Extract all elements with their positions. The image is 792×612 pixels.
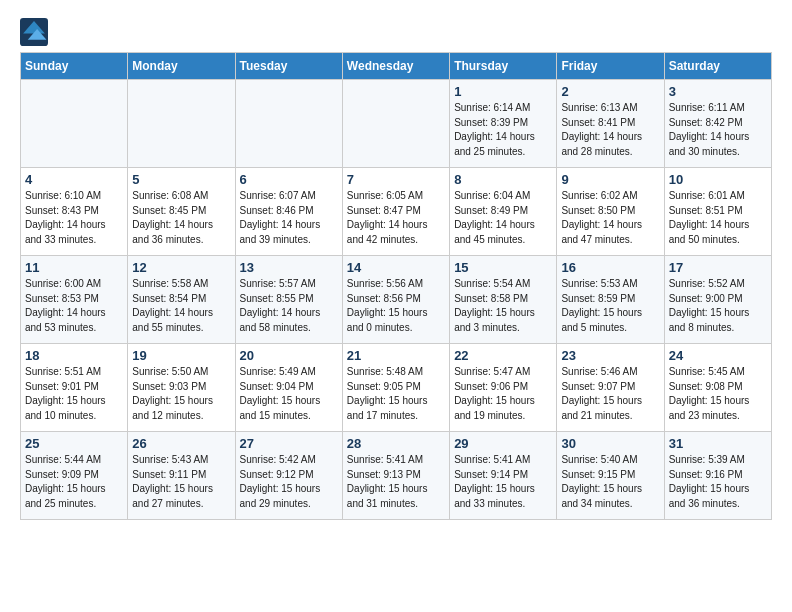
calendar-day-5: 5Sunrise: 6:08 AM Sunset: 8:45 PM Daylig… (128, 168, 235, 256)
day-number: 23 (561, 348, 659, 363)
day-info: Sunrise: 5:54 AM Sunset: 8:58 PM Dayligh… (454, 277, 552, 335)
calendar-day-18: 18Sunrise: 5:51 AM Sunset: 9:01 PM Dayli… (21, 344, 128, 432)
day-info: Sunrise: 6:07 AM Sunset: 8:46 PM Dayligh… (240, 189, 338, 247)
calendar-day-6: 6Sunrise: 6:07 AM Sunset: 8:46 PM Daylig… (235, 168, 342, 256)
calendar-day-7: 7Sunrise: 6:05 AM Sunset: 8:47 PM Daylig… (342, 168, 449, 256)
weekday-header-thursday: Thursday (450, 53, 557, 80)
day-info: Sunrise: 5:51 AM Sunset: 9:01 PM Dayligh… (25, 365, 123, 423)
day-info: Sunrise: 6:08 AM Sunset: 8:45 PM Dayligh… (132, 189, 230, 247)
calendar-week-row: 1Sunrise: 6:14 AM Sunset: 8:39 PM Daylig… (21, 80, 772, 168)
day-number: 27 (240, 436, 338, 451)
day-number: 5 (132, 172, 230, 187)
day-info: Sunrise: 6:01 AM Sunset: 8:51 PM Dayligh… (669, 189, 767, 247)
day-info: Sunrise: 6:05 AM Sunset: 8:47 PM Dayligh… (347, 189, 445, 247)
day-info: Sunrise: 6:04 AM Sunset: 8:49 PM Dayligh… (454, 189, 552, 247)
calendar-week-row: 4Sunrise: 6:10 AM Sunset: 8:43 PM Daylig… (21, 168, 772, 256)
calendar-day-9: 9Sunrise: 6:02 AM Sunset: 8:50 PM Daylig… (557, 168, 664, 256)
weekday-header-friday: Friday (557, 53, 664, 80)
day-info: Sunrise: 6:11 AM Sunset: 8:42 PM Dayligh… (669, 101, 767, 159)
calendar-week-row: 11Sunrise: 6:00 AM Sunset: 8:53 PM Dayli… (21, 256, 772, 344)
day-number: 14 (347, 260, 445, 275)
day-number: 6 (240, 172, 338, 187)
day-number: 30 (561, 436, 659, 451)
day-info: Sunrise: 6:00 AM Sunset: 8:53 PM Dayligh… (25, 277, 123, 335)
page-header (20, 18, 772, 46)
day-info: Sunrise: 5:46 AM Sunset: 9:07 PM Dayligh… (561, 365, 659, 423)
calendar-day-23: 23Sunrise: 5:46 AM Sunset: 9:07 PM Dayli… (557, 344, 664, 432)
day-info: Sunrise: 5:49 AM Sunset: 9:04 PM Dayligh… (240, 365, 338, 423)
day-number: 26 (132, 436, 230, 451)
day-number: 31 (669, 436, 767, 451)
day-info: Sunrise: 5:57 AM Sunset: 8:55 PM Dayligh… (240, 277, 338, 335)
day-number: 16 (561, 260, 659, 275)
weekday-header-monday: Monday (128, 53, 235, 80)
day-number: 17 (669, 260, 767, 275)
day-info: Sunrise: 5:53 AM Sunset: 8:59 PM Dayligh… (561, 277, 659, 335)
day-info: Sunrise: 5:58 AM Sunset: 8:54 PM Dayligh… (132, 277, 230, 335)
day-number: 18 (25, 348, 123, 363)
calendar-day-24: 24Sunrise: 5:45 AM Sunset: 9:08 PM Dayli… (664, 344, 771, 432)
calendar-day-8: 8Sunrise: 6:04 AM Sunset: 8:49 PM Daylig… (450, 168, 557, 256)
day-info: Sunrise: 6:02 AM Sunset: 8:50 PM Dayligh… (561, 189, 659, 247)
calendar-day-16: 16Sunrise: 5:53 AM Sunset: 8:59 PM Dayli… (557, 256, 664, 344)
day-number: 13 (240, 260, 338, 275)
logo-icon (20, 18, 48, 46)
calendar-day-21: 21Sunrise: 5:48 AM Sunset: 9:05 PM Dayli… (342, 344, 449, 432)
calendar-day-27: 27Sunrise: 5:42 AM Sunset: 9:12 PM Dayli… (235, 432, 342, 520)
calendar-day-1: 1Sunrise: 6:14 AM Sunset: 8:39 PM Daylig… (450, 80, 557, 168)
calendar-day-15: 15Sunrise: 5:54 AM Sunset: 8:58 PM Dayli… (450, 256, 557, 344)
day-info: Sunrise: 5:41 AM Sunset: 9:13 PM Dayligh… (347, 453, 445, 511)
day-info: Sunrise: 6:10 AM Sunset: 8:43 PM Dayligh… (25, 189, 123, 247)
day-number: 22 (454, 348, 552, 363)
calendar-day-29: 29Sunrise: 5:41 AM Sunset: 9:14 PM Dayli… (450, 432, 557, 520)
day-number: 2 (561, 84, 659, 99)
day-info: Sunrise: 6:14 AM Sunset: 8:39 PM Dayligh… (454, 101, 552, 159)
calendar-day-25: 25Sunrise: 5:44 AM Sunset: 9:09 PM Dayli… (21, 432, 128, 520)
day-number: 20 (240, 348, 338, 363)
weekday-header-sunday: Sunday (21, 53, 128, 80)
calendar-day-empty (235, 80, 342, 168)
calendar-day-4: 4Sunrise: 6:10 AM Sunset: 8:43 PM Daylig… (21, 168, 128, 256)
calendar-day-empty (128, 80, 235, 168)
day-number: 25 (25, 436, 123, 451)
weekday-header-saturday: Saturday (664, 53, 771, 80)
calendar-day-2: 2Sunrise: 6:13 AM Sunset: 8:41 PM Daylig… (557, 80, 664, 168)
day-number: 4 (25, 172, 123, 187)
day-number: 29 (454, 436, 552, 451)
calendar-day-30: 30Sunrise: 5:40 AM Sunset: 9:15 PM Dayli… (557, 432, 664, 520)
calendar-day-empty (21, 80, 128, 168)
day-info: Sunrise: 5:45 AM Sunset: 9:08 PM Dayligh… (669, 365, 767, 423)
calendar-day-22: 22Sunrise: 5:47 AM Sunset: 9:06 PM Dayli… (450, 344, 557, 432)
day-number: 12 (132, 260, 230, 275)
day-info: Sunrise: 5:48 AM Sunset: 9:05 PM Dayligh… (347, 365, 445, 423)
day-number: 28 (347, 436, 445, 451)
day-info: Sunrise: 5:42 AM Sunset: 9:12 PM Dayligh… (240, 453, 338, 511)
day-info: Sunrise: 5:52 AM Sunset: 9:00 PM Dayligh… (669, 277, 767, 335)
weekday-header-row: SundayMondayTuesdayWednesdayThursdayFrid… (21, 53, 772, 80)
calendar-day-10: 10Sunrise: 6:01 AM Sunset: 8:51 PM Dayli… (664, 168, 771, 256)
day-info: Sunrise: 6:13 AM Sunset: 8:41 PM Dayligh… (561, 101, 659, 159)
day-number: 11 (25, 260, 123, 275)
calendar-week-row: 18Sunrise: 5:51 AM Sunset: 9:01 PM Dayli… (21, 344, 772, 432)
calendar-day-17: 17Sunrise: 5:52 AM Sunset: 9:00 PM Dayli… (664, 256, 771, 344)
day-number: 9 (561, 172, 659, 187)
calendar-day-19: 19Sunrise: 5:50 AM Sunset: 9:03 PM Dayli… (128, 344, 235, 432)
calendar-day-26: 26Sunrise: 5:43 AM Sunset: 9:11 PM Dayli… (128, 432, 235, 520)
day-info: Sunrise: 5:41 AM Sunset: 9:14 PM Dayligh… (454, 453, 552, 511)
day-info: Sunrise: 5:56 AM Sunset: 8:56 PM Dayligh… (347, 277, 445, 335)
weekday-header-tuesday: Tuesday (235, 53, 342, 80)
day-info: Sunrise: 5:39 AM Sunset: 9:16 PM Dayligh… (669, 453, 767, 511)
logo (20, 18, 51, 46)
calendar-day-empty (342, 80, 449, 168)
calendar-week-row: 25Sunrise: 5:44 AM Sunset: 9:09 PM Dayli… (21, 432, 772, 520)
day-number: 1 (454, 84, 552, 99)
calendar-day-3: 3Sunrise: 6:11 AM Sunset: 8:42 PM Daylig… (664, 80, 771, 168)
day-info: Sunrise: 5:50 AM Sunset: 9:03 PM Dayligh… (132, 365, 230, 423)
calendar-day-11: 11Sunrise: 6:00 AM Sunset: 8:53 PM Dayli… (21, 256, 128, 344)
calendar-day-28: 28Sunrise: 5:41 AM Sunset: 9:13 PM Dayli… (342, 432, 449, 520)
day-number: 10 (669, 172, 767, 187)
calendar-day-13: 13Sunrise: 5:57 AM Sunset: 8:55 PM Dayli… (235, 256, 342, 344)
day-number: 8 (454, 172, 552, 187)
day-info: Sunrise: 5:40 AM Sunset: 9:15 PM Dayligh… (561, 453, 659, 511)
day-number: 24 (669, 348, 767, 363)
